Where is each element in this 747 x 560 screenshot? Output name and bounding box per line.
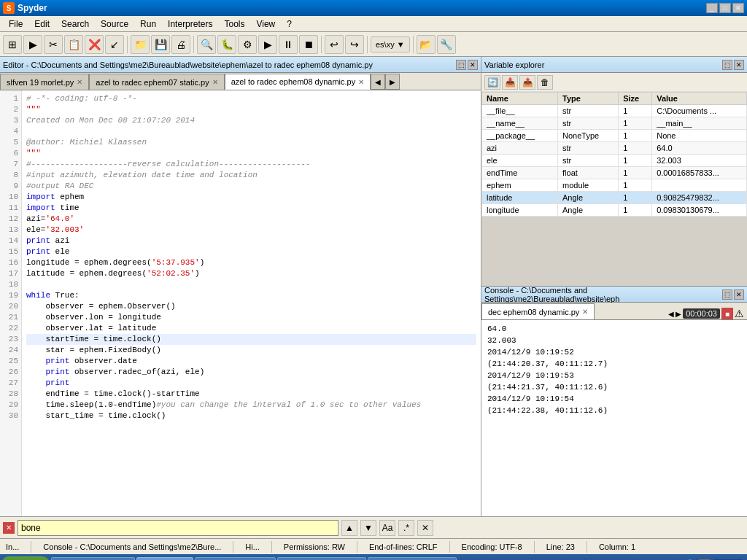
col-type-header[interactable]: Type — [558, 93, 619, 105]
menu-view[interactable]: View — [250, 18, 281, 31]
find-regex-button[interactable]: .* — [398, 520, 414, 536]
taskbar-item-python[interactable]: 🐍 2 python — [136, 557, 193, 560]
console-content[interactable]: 64.032.0032014/12/9 10:19:52(21:44:20.37… — [481, 320, 747, 516]
table-row[interactable]: ephem module 1 — [482, 179, 747, 192]
code-content[interactable]: # -*- coding: utf-8 -*-"""Created on Mon… — [22, 90, 481, 516]
console-close-button[interactable]: ✕ — [734, 289, 744, 300]
console-line: 64.0 — [487, 323, 741, 335]
table-row[interactable]: azi str 1 64.0 — [482, 142, 747, 155]
tab-slfven-close[interactable]: ✕ — [77, 78, 82, 86]
maximize-button[interactable]: □ — [719, 3, 731, 13]
close-button[interactable]: ✕ — [732, 3, 744, 13]
toolbar-btn-3[interactable]: ✂ — [44, 35, 63, 54]
menu-edit[interactable]: Edit — [28, 18, 55, 31]
code-line-3: Created on Mon Dec 08 21:07:20 2014 — [26, 115, 476, 126]
table-row[interactable]: __name__ str 1 __main__ — [482, 117, 747, 130]
tab-ephem08-close[interactable]: ✕ — [358, 78, 364, 86]
toolbar-btn-17[interactable]: ↪ — [345, 35, 364, 54]
var-toolbar-delete[interactable]: 🗑 — [537, 75, 553, 90]
find-case-button[interactable]: Aa — [379, 520, 395, 536]
toolbar-btn-15[interactable]: ⏹ — [299, 35, 318, 54]
menu-run[interactable]: Run — [134, 18, 162, 31]
table-row[interactable]: ele str 1 32.003 — [482, 155, 747, 167]
title-bar-buttons[interactable]: _ □ ✕ — [706, 3, 744, 13]
tab-nav-right[interactable]: ▶ — [385, 74, 400, 90]
table-row[interactable]: endTime float 1 0.00016857833... — [482, 167, 747, 179]
find-prev-button[interactable]: ▲ — [341, 520, 357, 536]
table-row[interactable]: latitude Angle 1 0.90825479832... — [482, 192, 747, 204]
editor-float-button[interactable]: ⬚ — [456, 60, 466, 70]
console-nav-left[interactable]: ◀ — [668, 310, 674, 318]
toolbar-btn-10[interactable]: 🔍 — [197, 35, 216, 54]
cell-size: 1 — [619, 167, 652, 179]
menu-source[interactable]: Source — [95, 18, 134, 31]
taskbar-item-notepad[interactable]: 📝 leeg.txt - Kladblok — [277, 557, 366, 560]
code-editor[interactable]: 1 2 3 4 5 6 7 8 910 1112131415 161718192… — [0, 90, 481, 516]
tab-nav-left[interactable]: ◀ — [371, 74, 385, 90]
table-row[interactable]: __package__ NoneType 1 None — [482, 130, 747, 142]
console-float-button[interactable]: ⬚ — [722, 289, 732, 300]
console-tab-close[interactable]: ✕ — [582, 308, 588, 316]
tab-ephem07[interactable]: azel to radec ephem07 static.py ✕ — [89, 74, 224, 90]
toolbar-btn-6[interactable]: ↙ — [105, 35, 124, 54]
toolbar-btn-16[interactable]: ↩ — [325, 35, 344, 54]
toolbar-btn-2[interactable]: ▶ — [23, 35, 42, 54]
toolbar-btn-5[interactable]: ❌ — [85, 35, 104, 54]
editor-panel-controls[interactable]: ⬚ ✕ — [456, 60, 478, 70]
minimize-button[interactable]: _ — [706, 3, 718, 13]
cell-name: latitude — [482, 192, 558, 204]
find-close-button[interactable]: ✕ — [3, 522, 15, 534]
toolbar-sep-4 — [367, 36, 368, 53]
toolbar-workspace[interactable]: es\xy ▼ — [371, 36, 410, 52]
taskbar-item-chrome[interactable]: 🌐 15 Google Chr... — [51, 557, 135, 560]
toolbar-btn-11[interactable]: 🐛 — [217, 35, 236, 54]
table-row[interactable]: longitude Angle 1 0.09830130679... — [482, 204, 747, 217]
menu-search[interactable]: Search — [55, 18, 95, 31]
console-stop-btn[interactable]: ■ — [721, 308, 733, 319]
status-sep-1 — [31, 541, 31, 553]
toolbar-btn-18[interactable]: 📂 — [417, 35, 436, 54]
var-toolbar-refresh[interactable]: 🔄 — [484, 75, 500, 90]
toolbar-btn-7[interactable]: 📁 — [131, 35, 150, 54]
cell-value: __main__ — [652, 117, 747, 130]
var-float-button[interactable]: ⬚ — [722, 60, 732, 70]
start-button[interactable]: 🪟 Start — [1, 556, 50, 560]
cell-type: str — [558, 117, 619, 130]
menu-interpreters[interactable]: Interpreters — [162, 18, 218, 31]
var-close-button[interactable]: ✕ — [734, 60, 744, 70]
toolbar-btn-19[interactable]: 🔧 — [437, 35, 456, 54]
toolbar-btn-12[interactable]: ⚙ — [238, 35, 257, 54]
taskbar-item-ephem[interactable]: 📊 [ephem object s... — [368, 557, 457, 560]
taskbar-item-windows[interactable]: 🗂 7 Windows Ve... — [195, 557, 276, 560]
tab-slfven[interactable]: slfven 19 morlet.py ✕ — [0, 74, 89, 90]
col-size-header[interactable]: Size — [619, 93, 652, 105]
menu-tools[interactable]: Tools — [218, 18, 250, 31]
find-input[interactable] — [18, 520, 338, 536]
cell-size: 1 — [619, 130, 652, 142]
editor-close-button[interactable]: ✕ — [468, 60, 478, 70]
toolbar-btn-4[interactable]: 📋 — [64, 35, 83, 54]
toolbar-btn-1[interactable]: ⊞ — [3, 35, 22, 54]
tab-ephem08[interactable]: azel to radec ephem08 dynamic.py ✕ — [225, 74, 371, 90]
cell-value: C:\Documents ... — [652, 105, 747, 117]
status-sep-2 — [233, 541, 233, 553]
find-clear-button[interactable]: ✕ — [417, 520, 433, 536]
toolbar-btn-13[interactable]: ▶ — [258, 35, 277, 54]
menu-help[interactable]: ? — [281, 18, 298, 31]
toolbar-btn-8[interactable]: 💾 — [151, 35, 170, 54]
col-name-header[interactable]: Name — [482, 93, 558, 105]
console-tab-main[interactable]: dec ephem08 dynamic.py ✕ — [481, 303, 595, 319]
console-nav-right[interactable]: ▶ — [676, 310, 681, 318]
toolbar-btn-14[interactable]: ⏸ — [279, 35, 298, 54]
console-line: (21:44:21.37, 40:11:12.6) — [487, 381, 741, 393]
code-line-26: print observer.radec_of(azi, ele) — [26, 367, 476, 378]
table-row[interactable]: __file__ str 1 C:\Documents ... — [482, 105, 747, 117]
var-toolbar-import[interactable]: 📥 — [502, 75, 518, 90]
menu-file[interactable]: File — [3, 18, 28, 31]
var-title-bar: Variable explorer ⬚ ✕ — [481, 57, 747, 73]
var-toolbar-export[interactable]: 📤 — [519, 75, 535, 90]
tab-ephem07-close[interactable]: ✕ — [212, 78, 218, 86]
toolbar-btn-9[interactable]: 🖨 — [171, 35, 190, 54]
find-next-button[interactable]: ▼ — [360, 520, 376, 536]
col-value-header[interactable]: Value — [652, 93, 747, 105]
